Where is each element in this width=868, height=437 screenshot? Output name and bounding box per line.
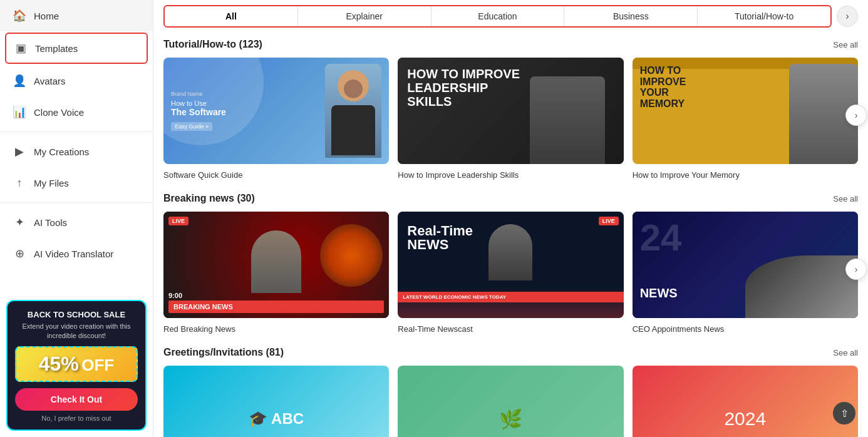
greetings-cards-row: 🎓 ABC 🌿 2024	[163, 366, 858, 437]
realtime-banner: LATEST WORLD ECONOMIC NEWS TODAY	[398, 292, 623, 302]
sidebar-item-label: Templates	[35, 43, 78, 54]
software-thumb-text: Brand Name How to Use The Software Easy …	[171, 91, 226, 131]
promo-cta-button[interactable]: Check It Out	[15, 388, 138, 411]
breaking-row-next-button[interactable]: ›	[845, 259, 867, 280]
ceo-road	[745, 255, 858, 318]
card-greeting-1[interactable]: 🎓 ABC	[163, 366, 389, 437]
sidebar-item-my-creations[interactable]: ▶ My Creations	[0, 136, 153, 167]
my-creations-icon: ▶	[13, 145, 26, 158]
the-software-label: The Software	[171, 107, 226, 117]
breaking-banner: BREAKING NEWS	[168, 301, 384, 313]
breaking-live-badge: LIVE	[168, 217, 189, 225]
person-body	[331, 105, 375, 155]
person-head	[338, 70, 369, 101]
tab-all[interactable]: All	[165, 6, 298, 26]
sidebar-item-home[interactable]: 🏠 Home	[0, 0, 153, 31]
promo-card: BACK TO SCHOOL SALE Extend your video cr…	[6, 300, 147, 431]
sidebar-divider-1	[0, 131, 153, 132]
tutorial-section-header: Tutorial/How-to (123) See all	[163, 39, 858, 50]
card-label-memory: How to Improve Your Memory	[633, 170, 740, 180]
ai-tools-icon: ✦	[13, 215, 26, 229]
sidebar-item-label: My Files	[34, 178, 69, 188]
breaking-fire	[320, 224, 383, 287]
card-thumb-greeting-3: 2024	[633, 366, 858, 437]
tab-explainer[interactable]: Explainer	[298, 6, 431, 26]
breaking-time: 9:00	[168, 292, 182, 299]
card-thumb-realtime: LIVE Real-TimeNEWS LATEST WORLD ECONOMIC…	[398, 212, 623, 318]
card-leadership-skills[interactable]: HOW TO IMPROVELEADERSHIPSKILLS How to Im…	[398, 58, 623, 180]
tutorial-cards-row: Brand Name How to Use The Software Easy …	[163, 58, 858, 180]
card-label-software: Software Quick Guide	[163, 170, 242, 180]
leadership-person	[530, 76, 605, 164]
scroll-top-button[interactable]: ⇧	[833, 402, 855, 424]
main-content: All Explainer Education Business Tutoria…	[153, 0, 868, 437]
card-thumb-greeting-2: 🌿	[398, 366, 623, 437]
tutorial-see-all[interactable]: See all	[833, 40, 858, 49]
card-realtime-newscast[interactable]: LIVE Real-TimeNEWS LATEST WORLD ECONOMIC…	[398, 212, 623, 334]
breaking-see-all[interactable]: See all	[833, 194, 858, 203]
templates-icon: ▣	[14, 41, 28, 55]
sidebar-item-label: Home	[34, 11, 59, 21]
card-software-quick-guide[interactable]: Brand Name How to Use The Software Easy …	[163, 58, 389, 180]
sidebar-item-label: AI Tools	[34, 217, 67, 228]
card-greeting-2[interactable]: 🌿	[398, 366, 623, 437]
realtime-live-badge: LIVE	[599, 217, 619, 225]
card-label-breaking: Red Breaking News	[163, 324, 235, 334]
breaking-person	[251, 230, 301, 293]
card-improve-memory[interactable]: HOW TOIMPROVEYOURMEMORY How to Improve Y…	[633, 58, 858, 180]
sidebar-item-clone-voice[interactable]: 📊 Clone Voice	[0, 96, 153, 128]
greetings-see-all[interactable]: See all	[833, 348, 858, 357]
card-greeting-3[interactable]: 2024	[633, 366, 858, 437]
card-red-breaking-news[interactable]: LIVE 9:00 BREAKING NEWS Red Breaking New…	[163, 212, 389, 334]
tutorial-section: Tutorial/How-to (123) See all Brand Name…	[163, 39, 858, 180]
tutorial-row-next-button[interactable]: ›	[845, 105, 867, 126]
card-thumb-breaking: LIVE 9:00 BREAKING NEWS	[163, 212, 389, 318]
sidebar-item-label: Avatars	[34, 76, 66, 86]
my-files-icon: ↑	[13, 176, 26, 190]
card-ceo-appointments[interactable]: 24 NEWS CEO Appointments News	[633, 212, 858, 334]
promo-title: BACK TO SCHOOL SALE	[15, 310, 138, 319]
sidebar-item-label: My Creations	[34, 147, 89, 157]
greetings-title: Greetings/Invitations (81)	[163, 347, 284, 358]
sidebar: 🏠 Home ▣ Templates 👤 Avatars 📊 Clone Voi…	[0, 0, 153, 437]
tabs-wrapper: All Explainer Education Business Tutoria…	[153, 0, 868, 33]
ai-video-icon: ⊕	[13, 247, 26, 260]
sidebar-item-ai-tools[interactable]: ✦ AI Tools	[0, 207, 153, 238]
tab-business[interactable]: Business	[564, 6, 698, 26]
sidebar-item-label: Clone Voice	[34, 107, 84, 118]
card-thumb-leadership: HOW TO IMPROVELEADERSHIPSKILLS	[398, 58, 623, 164]
promo-off: OFF	[81, 356, 114, 374]
tab-tutorial[interactable]: Tutorial/How-to	[698, 6, 830, 26]
card-label-realtime: Real-Time Newscast	[398, 324, 472, 334]
greeting-1-icon: 🎓 ABC	[249, 410, 304, 428]
how-to-use-label: How to Use	[171, 100, 226, 107]
clone-voice-icon: 📊	[13, 105, 26, 119]
breaking-cards-row: LIVE 9:00 BREAKING NEWS Red Breaking New…	[163, 212, 858, 334]
sidebar-item-avatars[interactable]: 👤 Avatars	[0, 65, 153, 96]
software-person	[325, 64, 381, 158]
greetings-section: Greetings/Invitations (81) See all 🎓 ABC…	[163, 347, 858, 437]
tutorial-section-title: Tutorial/How-to (123)	[163, 39, 262, 50]
sidebar-divider-2	[0, 202, 153, 203]
realtime-text: Real-TimeNEWS	[407, 224, 473, 252]
avatars-icon: 👤	[13, 74, 26, 88]
ceo-news-text: NEWS	[640, 287, 678, 299]
easy-guide-label: Easy Guide »	[171, 122, 212, 131]
breaking-news-title: Breaking news (30)	[163, 193, 255, 204]
sidebar-item-label: AI Video Translator	[34, 249, 113, 259]
tab-education[interactable]: Education	[431, 6, 565, 26]
promo-subtitle: Extend your video creation with this inc…	[15, 322, 138, 340]
sidebar-item-ai-video[interactable]: ⊕ AI Video Translator	[0, 238, 153, 269]
ceo-large-text: 24	[640, 219, 682, 257]
breaking-news-section: Breaking news (30) See all LIVE 9:00 BRE…	[163, 193, 858, 334]
card-label-leadership: How to Improve Leadership Skills	[398, 170, 519, 180]
breaking-news-header: Breaking news (30) See all	[163, 193, 858, 204]
realtime-person	[488, 224, 532, 280]
greetings-header: Greetings/Invitations (81) See all	[163, 347, 858, 358]
promo-dismiss[interactable]: No, I prefer to miss out	[15, 414, 138, 422]
tabs-next-button[interactable]: ›	[837, 6, 858, 27]
sidebar-item-templates[interactable]: ▣ Templates	[5, 33, 148, 64]
card-thumb-ceo: 24 NEWS	[633, 212, 858, 318]
sidebar-item-my-files[interactable]: ↑ My Files	[0, 167, 153, 198]
card-label-ceo: CEO Appointments News	[633, 324, 725, 334]
